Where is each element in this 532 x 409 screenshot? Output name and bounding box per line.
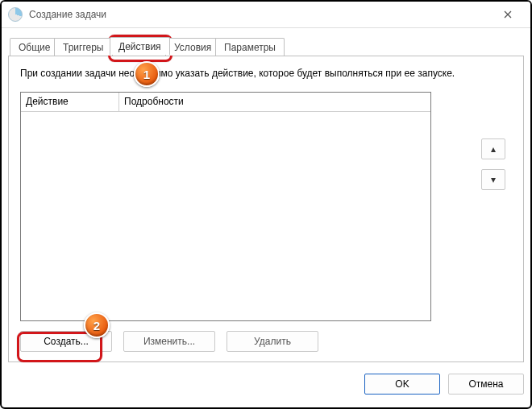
- close-icon: [504, 10, 512, 19]
- tab-general[interactable]: Общие: [10, 38, 59, 56]
- col-action[interactable]: Действие: [21, 93, 119, 112]
- actions-list[interactable]: Действие Подробности: [20, 92, 431, 321]
- dialog-buttons: OK Отмена: [364, 374, 524, 395]
- reorder-buttons: ▴ ▾: [481, 138, 505, 190]
- instruction-text: При создании задачи необходимо указать д…: [20, 68, 512, 79]
- actions-panel: При создании задачи необходимо указать д…: [8, 56, 524, 362]
- move-down-button[interactable]: ▾: [481, 169, 505, 190]
- callout-1: 1: [134, 61, 160, 87]
- close-button[interactable]: [492, 5, 524, 24]
- table-header-row: Действие Подробности: [21, 93, 430, 112]
- tab-settings[interactable]: Параметры: [215, 38, 285, 56]
- action-buttons: Создать... Изменить... Удалить: [20, 331, 318, 352]
- clock-icon: [8, 7, 23, 22]
- edit-button[interactable]: Изменить...: [123, 331, 215, 352]
- ok-button[interactable]: OK: [364, 374, 440, 395]
- tab-triggers[interactable]: Триггеры: [54, 38, 113, 56]
- col-details[interactable]: Подробности: [119, 93, 430, 112]
- chevron-up-icon: ▴: [491, 143, 496, 155]
- task-create-dialog: Создание задачи Общие Триггеры Действия …: [0, 0, 532, 409]
- cancel-button[interactable]: Отмена: [448, 374, 524, 395]
- move-up-button[interactable]: ▴: [481, 138, 505, 159]
- delete-button[interactable]: Удалить: [227, 331, 318, 352]
- titlebar: Создание задачи: [2, 2, 530, 28]
- tab-strip: Общие Триггеры Действия Условия Параметр…: [8, 37, 524, 56]
- tab-conditions[interactable]: Условия: [165, 38, 220, 56]
- callout-2: 2: [84, 312, 110, 338]
- client-area: Общие Триггеры Действия Условия Параметр…: [8, 29, 524, 401]
- tab-actions[interactable]: Действия: [110, 37, 170, 55]
- chevron-down-icon: ▾: [491, 174, 496, 185]
- window-title: Создание задачи: [29, 9, 492, 20]
